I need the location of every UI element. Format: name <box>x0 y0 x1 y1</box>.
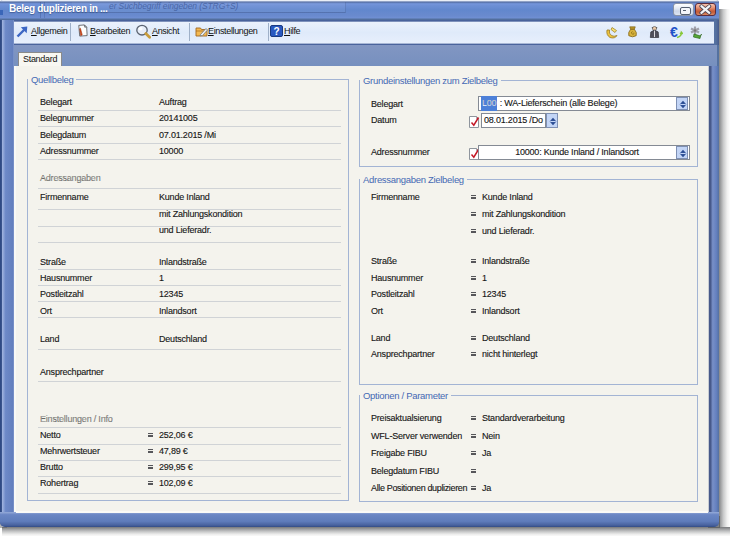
svg-text:?: ? <box>273 26 279 37</box>
